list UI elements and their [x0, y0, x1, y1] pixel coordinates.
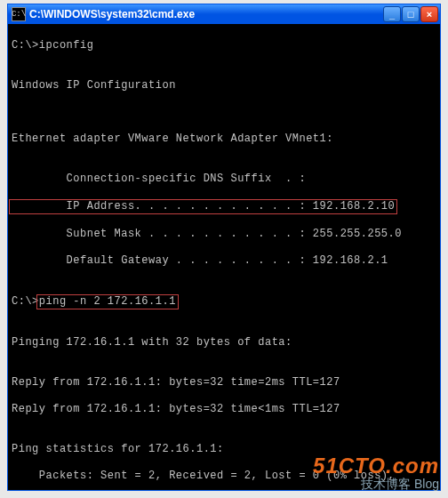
ping-stats: Packets: Sent = 2, Received = 2, Lost = … [12, 470, 436, 483]
ip-address-line: IP Address. . . . . . . . . . . . : 192.… [12, 199, 436, 214]
subnet-line: Subnet Mask . . . . . . . . . . . : 255.… [12, 228, 436, 241]
window-title: C:\WINDOWS\system32\cmd.exe [29, 8, 383, 20]
ping-cmd-highlight: ping -n 2 172.16.1.1 [36, 294, 179, 309]
ping-header: Pinging 172.16.1.1 with 32 bytes of data… [12, 336, 436, 349]
ping-stats-header: Ping statistics for 172.16.1.1: [12, 443, 436, 456]
dns-suffix-line: Connection-specific DNS Suffix . : [12, 173, 436, 186]
terminal-output[interactable]: C:\>ipconfig Windows IP Configuration Et… [8, 24, 440, 490]
cmd-line: C:\>ping -n 2 172.16.1.1 [12, 294, 436, 309]
titlebar[interactable]: C:\ C:\WINDOWS\system32\cmd.exe _ □ × [8, 4, 440, 24]
cmd-line: C:\>ipconfig [12, 39, 436, 52]
cmd-icon: C:\ [12, 7, 26, 21]
ping-reply: Reply from 172.16.1.1: bytes=32 time<1ms… [12, 403, 436, 416]
adapter-header: Ethernet adapter VMware Network Adapter … [12, 133, 436, 146]
ipconfig-header: Windows IP Configuration [12, 79, 436, 92]
minimize-button[interactable]: _ [383, 6, 401, 22]
command-prompt-window: C:\ C:\WINDOWS\system32\cmd.exe _ □ × C:… [7, 4, 441, 491]
maximize-button[interactable]: □ [402, 6, 420, 22]
close-button[interactable]: × [420, 6, 438, 22]
ping-reply: Reply from 172.16.1.1: bytes=32 time=2ms… [12, 376, 436, 390]
ip-highlight-box: IP Address. . . . . . . . . . . . : 192.… [9, 199, 397, 214]
gateway-line: Default Gateway . . . . . . . . . : 192.… [12, 254, 436, 268]
window-controls: _ □ × [383, 6, 438, 22]
